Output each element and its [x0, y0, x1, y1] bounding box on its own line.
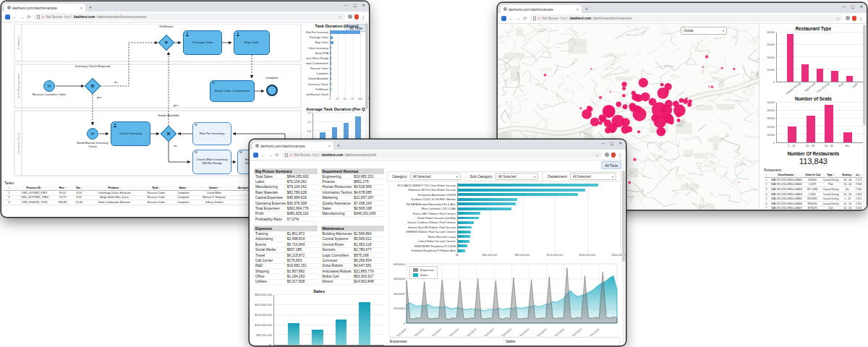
bar[interactable]	[825, 105, 833, 142]
bar[interactable]	[846, 76, 854, 82]
table-row[interactable]: 3WAY-W-1232-09654-00N03W7-1098Casual Din…	[764, 187, 863, 192]
bar[interactable]	[458, 193, 578, 196]
bar[interactable]	[458, 184, 598, 187]
table-row[interactable]: 1WAY-W-1232-09654-00N01623502Casual Dini…	[764, 178, 863, 183]
new-tab-button[interactable]: +	[337, 143, 340, 148]
tab-close-icon[interactable]: ×	[80, 6, 82, 10]
bar[interactable]	[458, 198, 517, 201]
new-tab-button[interactable]: +	[89, 5, 92, 10]
bar[interactable]	[312, 330, 323, 345]
bpmn-task-package-order[interactable]: Package Order	[183, 30, 222, 55]
table-row[interactable]: 6WAY-W-1232-09654-00N068910011Casual Din…	[764, 201, 863, 206]
browser-app-icon[interactable]	[501, 16, 506, 21]
back-icon[interactable]: ←	[260, 153, 265, 158]
number-of-seats-chart[interactable]: 010000200003000040000500001 - 1010 - 202…	[764, 103, 863, 147]
profile-icon[interactable]	[605, 153, 609, 157]
table-row[interactable]: 7WAY-W-1232-09654-00N07E73023Deli10 - 20…	[764, 206, 863, 210]
browser-tab[interactable]: dashtest.com/dash/example ×	[252, 142, 333, 150]
reload-icon[interactable]: ⟳	[275, 153, 279, 158]
bar[interactable]	[458, 235, 470, 238]
bar[interactable]	[458, 240, 469, 243]
bpmn-end-event[interactable]	[266, 85, 278, 96]
back-icon[interactable]: ←	[509, 16, 514, 21]
department-select[interactable]: All Selected▾	[570, 173, 616, 180]
browser-tab[interactable]: dashtest.com/dash/example ×	[501, 5, 582, 13]
bar[interactable]	[831, 71, 838, 82]
bar[interactable]	[458, 217, 479, 220]
maximize-button[interactable]: ▢	[353, 3, 357, 7]
sales-expenses-timeseries[interactable]: Expenses Sales 0150000030000004500000600…	[391, 261, 620, 336]
scrollbar-thumb[interactable]	[863, 25, 866, 125]
browser-app-icon[interactable]	[5, 14, 10, 20]
bar[interactable]	[359, 302, 370, 345]
bar[interactable]	[807, 116, 815, 142]
bar[interactable]	[458, 189, 585, 192]
bar[interactable]	[458, 244, 467, 247]
extension-shield-icon[interactable]	[611, 153, 616, 158]
bar[interactable]	[458, 202, 516, 205]
bpmn-start-event[interactable]: ✉	[43, 80, 55, 92]
address-bar[interactable]: ⚠ Not Secure http://dashtest.com/dash/ex…	[529, 14, 843, 22]
bar[interactable]	[787, 34, 794, 82]
maximize-button[interactable]: ▢	[851, 4, 854, 9]
address-bar[interactable]: ⚠ Not Secure http://dashtest.com/dash/ex…	[281, 151, 603, 158]
sub-category-select[interactable]: All Selected▾	[495, 173, 539, 180]
bar[interactable]	[458, 207, 511, 210]
site-settings-icon[interactable]	[533, 17, 536, 20]
bar[interactable]	[788, 127, 796, 142]
scrollbar-thumb[interactable]	[622, 171, 625, 262]
forward-icon[interactable]: →	[268, 153, 273, 158]
footer-tab-expenses[interactable]: Expenses	[388, 338, 504, 344]
bar[interactable]	[801, 64, 809, 82]
back-icon[interactable]: ←	[12, 14, 17, 20]
scrollbar[interactable]	[622, 161, 625, 343]
bar[interactable]	[458, 226, 472, 229]
bar[interactable]	[288, 323, 299, 345]
maximize-button[interactable]: ▢	[610, 141, 613, 145]
bookmark-star-icon[interactable]: ☆	[836, 16, 840, 21]
forward-icon[interactable]: →	[516, 16, 521, 21]
sales-quarterly-chart[interactable]: $0$80,000,000$160,000,000$240,000,000$32…	[254, 295, 384, 346]
bpmn-message-event[interactable]: ✉	[87, 128, 98, 140]
all-time-filter-button[interactable]: All Time	[601, 161, 621, 169]
bar[interactable]	[458, 231, 471, 234]
browser-menu-icon[interactable]: ⋮	[361, 14, 365, 20]
forward-icon[interactable]: →	[20, 14, 25, 20]
reload-icon[interactable]: ⟳	[27, 14, 31, 20]
bar[interactable]	[458, 221, 474, 224]
bar[interactable]	[331, 41, 333, 44]
bpmn-task-check-inventory[interactable]: Check Inventory	[111, 121, 150, 146]
bar[interactable]	[458, 249, 465, 252]
table-row[interactable]: 4WAY-W-1232-09654-00N04L5201Casual Dinin…	[764, 192, 863, 197]
minimize-button[interactable]: —	[842, 4, 846, 9]
bookmark-star-icon[interactable]: ☆	[595, 153, 599, 158]
site-settings-icon[interactable]	[37, 15, 40, 19]
minimize-button[interactable]: —	[344, 3, 349, 7]
bar[interactable]	[336, 320, 347, 345]
close-button[interactable]: ✕	[618, 141, 622, 145]
bar[interactable]	[817, 69, 824, 82]
category-select[interactable]: All Selected▾	[410, 173, 461, 180]
bar[interactable]	[331, 30, 360, 33]
restaurant-type-chart[interactable]: 015000300004500060000Casual DiningFast F…	[764, 33, 863, 93]
scrollbar-thumb[interactable]	[365, 23, 368, 109]
bookmark-star-icon[interactable]: ☆	[339, 14, 342, 20]
bar[interactable]	[331, 36, 333, 39]
browser-app-icon[interactable]	[253, 153, 258, 158]
product-sales-chart[interactable]: ECOVACS DEEBOT T20 Omni Robot VacuumRobo…	[391, 183, 620, 258]
tab-close-icon[interactable]: ×	[576, 7, 579, 12]
bpmn-task-check-when-ready[interactable]: ⚙Check When Inventory Will Be Ready	[192, 150, 231, 174]
footer-tab-sales[interactable]: Sales	[504, 338, 620, 344]
bpmn-task-wait-for-inventory[interactable]: ⚙Wait For Inventory	[192, 122, 231, 145]
tab-close-icon[interactable]: ×	[328, 144, 331, 148]
bpmn-task-ship-order[interactable]: Ship Order	[234, 30, 270, 55]
bpmn-task-email-order-confirmation[interactable]: ✉Email Order Confirmation	[210, 80, 255, 102]
table-row[interactable]: 5WAY-W-1232-09654-00N058910091Casual Din…	[764, 197, 863, 202]
bar[interactable]	[843, 132, 852, 142]
profile-icon[interactable]	[348, 14, 352, 19]
close-button[interactable]: ✕	[859, 4, 863, 9]
scrollbar[interactable]	[863, 25, 866, 207]
extension-shield-icon[interactable]	[354, 14, 359, 20]
region-select[interactable]: Global ▾	[681, 27, 727, 35]
browser-menu-icon[interactable]: ⋮	[859, 16, 863, 21]
